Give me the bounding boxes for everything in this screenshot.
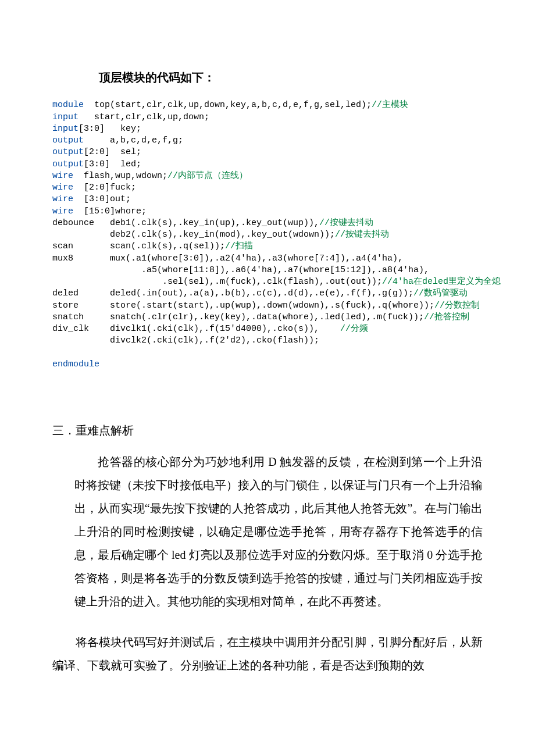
- code-text: div_clk divclk1(.cki(clk),.f(15'd4000),.…: [52, 324, 340, 334]
- body-paragraph-1: 抢答器的核心部分为巧妙地利用 D 触发器的反馈，在检测到第一个上升沿时将按键（未…: [52, 450, 483, 613]
- verilog-code-block: module top(start,clr,clk,up,down,key,a,b…: [52, 88, 483, 370]
- comment: //分频: [340, 324, 368, 334]
- code-text: deb2(.clk(s),.key_in(mod),.key_out(wdown…: [52, 230, 335, 240]
- kw-endmodule: endmodule: [52, 359, 99, 369]
- body-paragraph-2: 将各模块代码写好并测试后，在主模块中调用并分配引脚，引脚分配好后，从新编译、下载…: [52, 630, 483, 677]
- code-text: store store(.start(start),.up(wup),.down…: [52, 301, 434, 311]
- code-text: mux8 mux(.a1(whore[3:0]),.a2(4'ha),.a3(w…: [52, 254, 403, 263]
- code-text: scan scan(.clk(s),.q(sel));: [52, 241, 225, 251]
- code-text: divclk2(.cki(clk),.f(2'd2),.cko(flash));: [52, 336, 319, 345]
- document-page: 顶层模块的代码如下： module top(start,clr,clk,up,d…: [0, 0, 535, 729]
- code-text: [15:0]whore;: [73, 206, 147, 216]
- comment: //主模块: [372, 100, 408, 110]
- code-text: deled deled(.in(out),.a(a),.b(b),.c(c),.…: [52, 288, 413, 298]
- code-text: .sel(sel),.m(fuck),.clk(flash),.out(out)…: [52, 277, 382, 287]
- code-title: 顶层模块的代码如下：: [99, 70, 483, 85]
- comment: //按键去抖动: [319, 218, 373, 228]
- code-text: debounce deb1(.clk(s),.key_in(up),.key_o…: [52, 218, 319, 228]
- code-text: snatch snatch(.clr(clr),.key(key),.data(…: [52, 312, 424, 322]
- code-text: a,b,c,d,e,f,g;: [84, 135, 183, 145]
- kw-output: output: [52, 147, 84, 157]
- code-text: .a5(whore[11:8]),.a6(4'ha),.a7(whore[15:…: [52, 265, 429, 275]
- code-text: [2:0] sel;: [84, 147, 141, 157]
- code-text: [3:0] key;: [79, 124, 141, 134]
- comment: //分数控制: [434, 301, 480, 311]
- comment: //内部节点（连线）: [167, 171, 248, 181]
- code-text: start,clr,clk,up,down;: [79, 112, 209, 122]
- kw-wire: wire: [52, 206, 73, 216]
- kw-wire: wire: [52, 171, 73, 181]
- kw-wire: wire: [52, 194, 73, 204]
- code-text: [3:0] led;: [84, 159, 141, 169]
- comment: //按键去抖动: [335, 230, 389, 240]
- kw-input: input: [52, 124, 79, 134]
- code-text: top(start,clr,clk,up,down,key,a,b,c,d,e,…: [84, 100, 372, 110]
- kw-output: output: [52, 159, 84, 169]
- comment: //抢答控制: [424, 312, 469, 322]
- kw-module: module: [52, 100, 84, 110]
- kw-input: input: [52, 112, 79, 122]
- section-heading: 三．重难点解析: [52, 423, 483, 438]
- kw-output: output: [52, 135, 84, 145]
- comment: //4'ha在deled里定义为全熄: [382, 277, 501, 287]
- comment: //扫描: [225, 241, 253, 251]
- comment: //数码管驱动: [413, 288, 468, 298]
- code-text: [2:0]fuck;: [73, 183, 136, 192]
- code-text: flash,wup,wdown;: [73, 171, 167, 181]
- kw-wire: wire: [52, 183, 73, 192]
- code-text: [3:0]out;: [73, 194, 131, 204]
